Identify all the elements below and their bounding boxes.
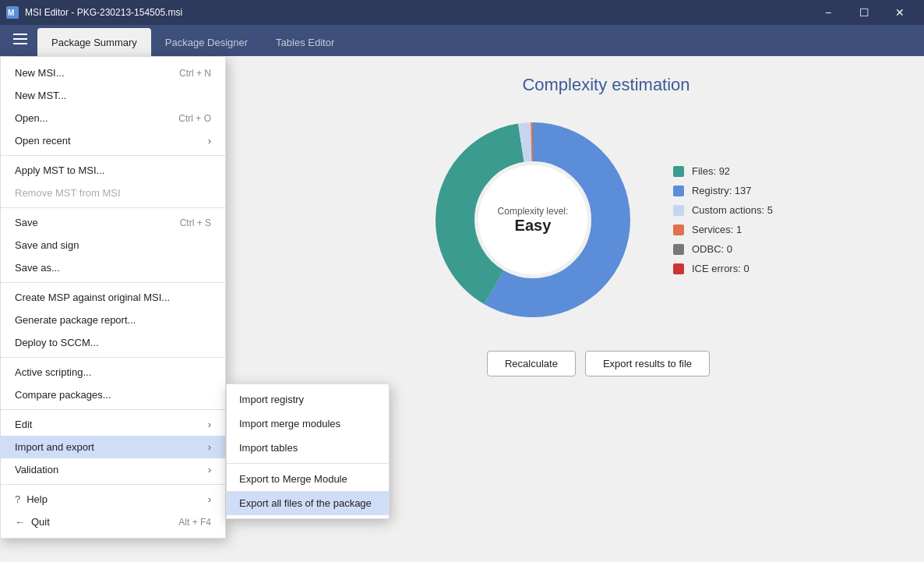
main-area: New MSI... Ctrl + N New MST... Open... C… bbox=[0, 56, 924, 562]
legend-dot-ice-errors bbox=[673, 263, 684, 274]
svg-text:M: M bbox=[8, 9, 14, 17]
chart-container: Complexity level: Easy Files: 92 Registr… bbox=[424, 111, 773, 329]
legend-odbc: ODBC: 0 bbox=[673, 243, 773, 255]
dropdown-menu: New MSI... Ctrl + N New MST... Open... C… bbox=[0, 56, 226, 539]
menu-compare-packages[interactable]: Compare packages... bbox=[1, 384, 225, 406]
divider-4 bbox=[1, 357, 225, 358]
complexity-title: Complexity estimation bbox=[522, 75, 689, 95]
action-buttons: Recalculate Export results to file bbox=[487, 351, 710, 376]
menu-create-msp[interactable]: Create MSP against original MSI... bbox=[1, 286, 225, 309]
legend-dot-registry bbox=[673, 186, 684, 196]
chart-legend: Files: 92 Registry: 137 Custom actions: … bbox=[673, 165, 773, 274]
validation-arrow: › bbox=[208, 464, 211, 475]
menu-deploy-sccm[interactable]: Deploy to SCCM... bbox=[1, 331, 225, 354]
legend-dot-custom-actions bbox=[673, 205, 684, 216]
submenu-import-registry[interactable]: Import registry bbox=[227, 387, 389, 412]
svg-rect-2 bbox=[13, 34, 27, 35]
menu-save-sign[interactable]: Save and sign bbox=[1, 234, 225, 256]
minimize-button[interactable]: − bbox=[810, 0, 846, 25]
donut-chart: Complexity level: Easy bbox=[424, 111, 642, 329]
menu-import-export[interactable]: Import and export › bbox=[1, 436, 225, 458]
divider-3 bbox=[1, 282, 225, 283]
divider-6 bbox=[1, 484, 225, 485]
legend-dot-odbc bbox=[673, 244, 684, 255]
donut-label: Complexity level: Easy bbox=[498, 206, 569, 235]
window-controls: − ☐ ✕ bbox=[810, 0, 918, 25]
app-icon: M bbox=[6, 6, 19, 19]
tab-bar: Package Summary Package Designer Tables … bbox=[0, 25, 924, 56]
submenu-divider-1 bbox=[227, 463, 389, 464]
menu-edit[interactable]: Edit › bbox=[1, 413, 225, 436]
menu-save[interactable]: Save Ctrl + S bbox=[1, 211, 225, 234]
divider-2 bbox=[1, 207, 225, 208]
export-results-button[interactable]: Export results to file bbox=[585, 351, 710, 376]
menu-validation[interactable]: Validation › bbox=[1, 458, 225, 481]
menu-open[interactable]: Open... Ctrl + O bbox=[1, 107, 225, 129]
menu-save-as[interactable]: Save as... bbox=[1, 256, 225, 279]
menu-remove-mst: Remove MST from MSI bbox=[1, 182, 225, 204]
legend-dot-files bbox=[673, 166, 684, 177]
submenu-export-merge-module[interactable]: Export to Merge Module bbox=[227, 467, 389, 491]
menu-apply-mst[interactable]: Apply MST to MSI... bbox=[1, 159, 225, 182]
legend-custom-actions: Custom actions: 5 bbox=[673, 204, 773, 216]
import-export-arrow: › bbox=[208, 441, 211, 453]
hamburger-button[interactable] bbox=[6, 25, 34, 53]
svg-rect-3 bbox=[13, 38, 27, 40]
svg-rect-4 bbox=[13, 43, 27, 44]
submenu-import-tables[interactable]: Import tables bbox=[227, 436, 389, 460]
edit-arrow: › bbox=[208, 419, 211, 430]
menu-generate-report[interactable]: Generate package report... bbox=[1, 309, 225, 331]
window-title: MSI Editor - PKG-230213-154505.msi bbox=[25, 7, 182, 18]
legend-dot-services bbox=[673, 224, 684, 235]
menu-quit[interactable]: ← Quit Alt + F4 bbox=[1, 511, 225, 533]
menu-active-scripting[interactable]: Active scripting... bbox=[1, 361, 225, 384]
submenu-export-all-files[interactable]: Export all files of the package bbox=[227, 491, 389, 515]
menu-new-msi[interactable]: New MSI... Ctrl + N bbox=[1, 62, 225, 84]
recalculate-button[interactable]: Recalculate bbox=[487, 351, 576, 376]
divider-1 bbox=[1, 155, 225, 156]
legend-files: Files: 92 bbox=[673, 165, 773, 177]
submenu-import-merge-modules[interactable]: Import merge modules bbox=[227, 412, 389, 436]
tab-package-designer[interactable]: Package Designer bbox=[151, 28, 262, 56]
title-bar: M MSI Editor - PKG-230213-154505.msi − ☐… bbox=[0, 0, 924, 25]
menu-new-mst[interactable]: New MST... bbox=[1, 84, 225, 107]
legend-services: Services: 1 bbox=[673, 224, 773, 235]
divider-5 bbox=[1, 409, 225, 410]
tab-package-summary[interactable]: Package Summary bbox=[37, 28, 151, 56]
legend-ice-errors: ICE errors: 0 bbox=[673, 263, 773, 274]
close-button[interactable]: ✕ bbox=[882, 0, 918, 25]
open-recent-arrow: › bbox=[208, 135, 211, 147]
help-arrow: › bbox=[208, 493, 211, 505]
quit-icon: ← bbox=[15, 516, 25, 528]
maximize-button[interactable]: ☐ bbox=[846, 0, 882, 25]
submenu-import-export: Import registry Import merge modules Imp… bbox=[226, 384, 390, 519]
help-icon: ? bbox=[15, 493, 20, 505]
tab-tables-editor[interactable]: Tables Editor bbox=[262, 28, 348, 56]
menu-icon bbox=[13, 34, 27, 44]
legend-registry: Registry: 137 bbox=[673, 185, 773, 196]
menu-open-recent[interactable]: Open recent › bbox=[1, 129, 225, 152]
menu-help[interactable]: ? Help › bbox=[1, 488, 225, 511]
